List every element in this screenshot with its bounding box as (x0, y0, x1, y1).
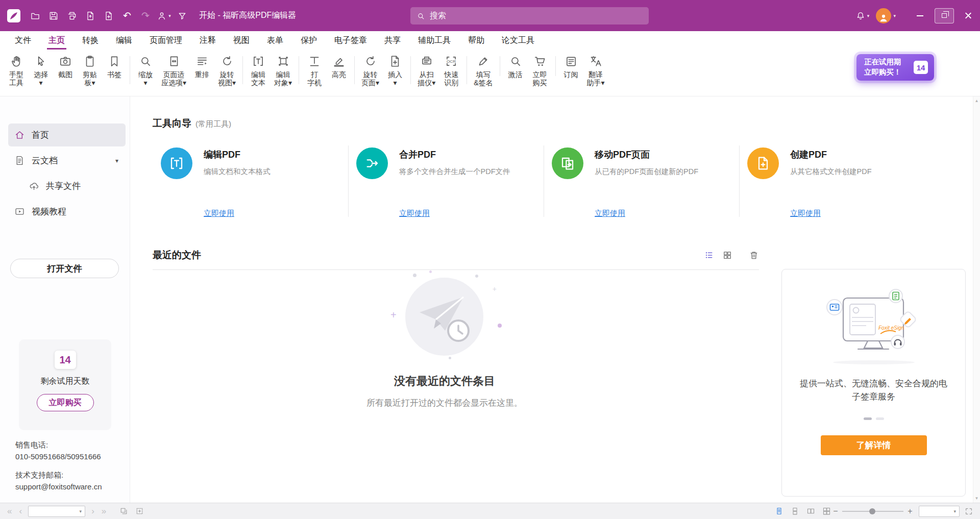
use-now-link[interactable]: 立即使用 (399, 209, 430, 218)
use-now-link[interactable]: 立即使用 (595, 209, 625, 218)
edit-text-button[interactable]: 编辑 文本 (246, 53, 271, 88)
menu-paper-tools[interactable]: 论文工具 (493, 31, 543, 50)
use-now-link[interactable]: 立即使用 (204, 209, 234, 218)
list-view-icon[interactable] (704, 250, 714, 260)
trial-buy-badge[interactable]: 正在试用期 立即购买！ 14 (856, 54, 934, 81)
zoom-level-field[interactable] (921, 507, 952, 515)
zoom-button[interactable]: 缩放 ▾ (133, 53, 158, 88)
learn-more-button[interactable]: 了解详情 (821, 435, 927, 455)
edit-object-button[interactable]: 编辑 对象▾ (271, 53, 296, 88)
page-number-input[interactable] (28, 506, 85, 517)
scroll-down-icon[interactable] (975, 496, 979, 501)
open-file-icon[interactable] (27, 6, 44, 26)
undo-icon[interactable]: ↶ (118, 6, 136, 26)
prev-page-icon[interactable]: ‹ (19, 507, 22, 515)
menu-edit[interactable]: 编辑 (107, 31, 141, 50)
use-now-link[interactable]: 立即使用 (790, 209, 821, 218)
chevron-down-icon[interactable]: ▾ (893, 13, 896, 18)
buy-now-button[interactable]: 立即购买 (37, 394, 94, 411)
bookmark-button[interactable]: 书签 (102, 53, 127, 80)
export-pdf-icon[interactable] (82, 6, 99, 26)
tool-card-edit-pdf[interactable]: 编辑PDF 编辑文档和文本格式 立即使用 (153, 145, 348, 223)
reflow-button[interactable]: 重排 (190, 53, 214, 80)
highlight-button[interactable]: 高亮 (327, 53, 351, 80)
zoom-slider[interactable] (842, 506, 903, 516)
menu-esign[interactable]: 电子签章 (326, 31, 376, 50)
scrollbar[interactable] (973, 96, 980, 503)
zoom-level-input[interactable] (919, 506, 960, 517)
carousel-dot[interactable] (876, 417, 884, 420)
hand-tool-button[interactable]: 手型 工具 (4, 53, 29, 88)
rotate-pages-button[interactable]: 旋转 页面▾ (358, 53, 383, 88)
sidebar-item-video-tutorials[interactable]: 视频教程 (8, 200, 126, 223)
sidebar-item-shared-files[interactable]: 共享文件 (8, 175, 126, 197)
redo-icon[interactable]: ↷ (137, 6, 154, 26)
carousel-dot-active[interactable] (864, 417, 872, 420)
snapshot-button[interactable]: 截图 (53, 53, 78, 80)
single-page-view-icon[interactable] (775, 507, 783, 515)
rotate-view-button[interactable]: 旋转 视图▾ (214, 53, 239, 88)
menu-help[interactable]: 帮助 (459, 31, 493, 50)
foxit-logo-icon[interactable] (6, 8, 21, 23)
chevron-down-icon[interactable] (79, 509, 83, 514)
menu-comment[interactable]: 注释 (191, 31, 225, 50)
facing-continuous-view-icon[interactable] (822, 507, 831, 515)
menu-convert[interactable]: 转换 (74, 31, 107, 50)
menu-page-manage[interactable]: 页面管理 (141, 31, 191, 50)
search-input[interactable] (430, 11, 643, 20)
avatar[interactable] (876, 8, 891, 23)
menu-home[interactable]: 主页 (40, 31, 74, 50)
menu-form[interactable]: 表单 (258, 31, 292, 50)
tool-card-merge-pdf[interactable]: 合并PDF 将多个文件合并生成一个PDF文件 立即使用 (348, 145, 544, 223)
subscribe-button[interactable]: 订阅 (559, 53, 583, 80)
save-icon[interactable] (45, 6, 62, 26)
minimize-button[interactable] (908, 0, 932, 31)
menu-file[interactable]: 文件 (6, 31, 40, 50)
notifications-button[interactable]: ▾ (853, 6, 871, 26)
menu-accessibility[interactable]: 辅助工具 (409, 31, 459, 50)
tool-card-create-pdf[interactable]: 创建PDF 从其它格式文件创建PDF 立即使用 (739, 145, 935, 223)
restore-button[interactable] (932, 0, 956, 31)
insert-button[interactable]: 插入 ▾ (383, 53, 407, 88)
menu-view[interactable]: 视图 (225, 31, 258, 50)
split-view-icon[interactable] (119, 507, 128, 515)
from-scanner-button[interactable]: 从扫 描仪▾ (414, 53, 439, 88)
tool-card-move-pdf-pages[interactable]: 移动PDF页面 从已有的PDF页面创建新的PDF 立即使用 (544, 145, 739, 223)
zoom-slider-thumb[interactable] (869, 508, 875, 514)
grid-view-icon[interactable] (722, 250, 732, 260)
select-button[interactable]: 选择 ▾ (29, 53, 53, 88)
fit-page-options-button[interactable]: 页面适 应选项▾ (158, 53, 190, 88)
filter-icon[interactable] (174, 6, 191, 26)
clear-recent-icon[interactable] (749, 250, 759, 260)
activate-button[interactable]: 激活 (503, 53, 528, 80)
sidebar-item-home[interactable]: 首页 (8, 123, 126, 146)
page-number-field[interactable] (31, 507, 78, 515)
snapshot-tool-icon[interactable] (135, 507, 144, 515)
search-box[interactable] (410, 7, 649, 24)
print-icon[interactable] (63, 6, 81, 26)
facing-view-icon[interactable] (806, 507, 815, 515)
menu-protect[interactable]: 保护 (292, 31, 326, 50)
close-button[interactable] (956, 0, 980, 31)
zoom-out-button[interactable] (831, 507, 840, 516)
open-file-button[interactable]: 打开文件 (10, 259, 119, 278)
chevron-down-icon[interactable] (952, 509, 957, 514)
fit-screen-icon[interactable] (965, 507, 973, 515)
buy-now-ribbon-button[interactable]: 立即 购买 (528, 53, 552, 88)
create-pdf-icon[interactable] (100, 6, 117, 26)
continuous-view-icon[interactable] (791, 507, 799, 515)
clipboard-button[interactable]: 剪贴 板▾ (78, 53, 102, 88)
zoom-in-button[interactable] (905, 507, 915, 516)
sidebar-item-cloud-docs[interactable]: 云文档 (8, 149, 126, 172)
last-page-icon[interactable]: » (102, 507, 106, 515)
esign-protect-icon[interactable]: ▾ (155, 6, 173, 26)
menu-share[interactable]: 共享 (376, 31, 409, 50)
typewriter-button[interactable]: 打 字机 (302, 53, 327, 88)
quick-ocr-button[interactable]: 快速 识别 (439, 53, 463, 88)
next-page-icon[interactable]: › (91, 507, 94, 515)
translate-assistant-button[interactable]: 翻译 助手▾ (583, 53, 608, 88)
first-page-icon[interactable]: « (7, 507, 12, 515)
fill-sign-button[interactable]: 填写 &签名 (470, 53, 496, 88)
scroll-up-icon[interactable] (975, 98, 979, 103)
support-email-link[interactable]: support@foxitsoftware.cn (15, 481, 102, 493)
